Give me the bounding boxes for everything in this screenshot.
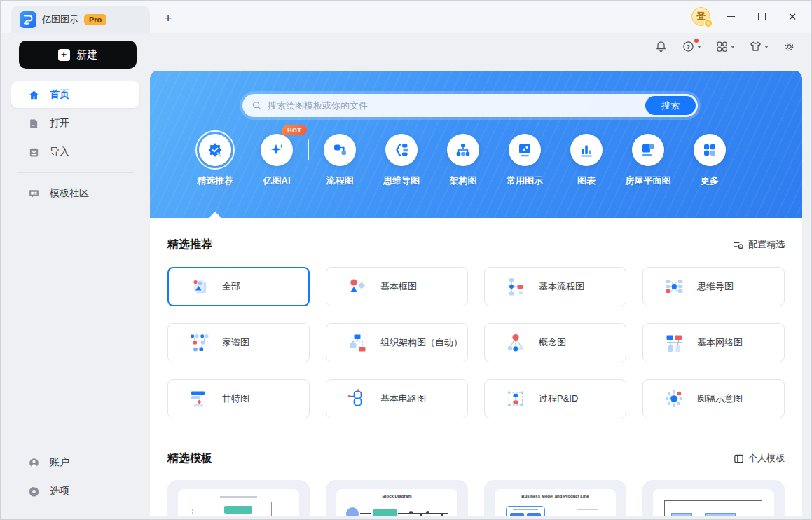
category-label: 架构图 xyxy=(432,175,494,187)
card-label: 过程P&ID xyxy=(539,392,578,405)
basic-flowchart-icon xyxy=(504,275,527,298)
template-thumb-3[interactable]: Business Model and Product Line xyxy=(484,480,626,516)
minimize-icon xyxy=(727,16,735,17)
apps-grid-icon xyxy=(715,40,729,53)
featured-title: 精选推荐 xyxy=(167,238,212,252)
template-thumb-1[interactable] xyxy=(167,480,310,516)
card-all[interactable]: 全部 xyxy=(167,267,310,306)
avatar[interactable]: 登 v xyxy=(691,7,710,26)
category-flowchart[interactable]: 流程图 xyxy=(309,130,371,187)
apps-button[interactable] xyxy=(715,40,735,53)
thumb-shape xyxy=(513,509,538,510)
app-tab[interactable]: 亿图图示 Pro xyxy=(11,6,150,33)
maximize-button[interactable] xyxy=(751,6,772,26)
notification-dot xyxy=(694,39,699,43)
import-icon xyxy=(28,146,40,158)
card-basic-network[interactable]: 基本网络图 xyxy=(642,323,785,362)
sidebar-item-home[interactable]: 首页 xyxy=(11,81,139,108)
chevron-down-icon xyxy=(731,46,735,48)
help-button[interactable]: ? xyxy=(682,40,701,53)
thumb-shape xyxy=(224,506,252,514)
category-architecture[interactable]: 架构图 xyxy=(432,130,494,187)
toolbar: ? xyxy=(654,40,796,53)
template-thumb-4[interactable] xyxy=(642,480,785,516)
category-more[interactable]: 更多 xyxy=(679,130,741,187)
card-radial-diagram[interactable]: 圆辐示意图 xyxy=(642,379,785,418)
close-button[interactable]: ✕ xyxy=(782,6,803,26)
thumb-shape xyxy=(373,509,397,516)
sidebar-item-open[interactable]: 打开 xyxy=(11,110,139,137)
sidebar-item-account[interactable]: 账户 xyxy=(11,449,139,476)
selected-ring xyxy=(195,130,235,170)
new-button-label: 新建 xyxy=(77,48,98,62)
basic-circuit-icon xyxy=(346,388,369,410)
card-label: 基本流程图 xyxy=(539,280,584,293)
org-chart-auto-icon xyxy=(346,331,369,354)
search-input[interactable] xyxy=(268,100,645,111)
search-button[interactable]: 搜索 xyxy=(645,96,696,115)
configure-featured-link[interactable]: 配置精选 xyxy=(734,238,785,251)
app-title: 亿图图示 xyxy=(42,13,78,26)
card-label: 圆辐示意图 xyxy=(697,392,743,405)
card-basic-flowchart[interactable]: 基本流程图 xyxy=(484,267,626,306)
pro-badge: Pro xyxy=(84,14,106,25)
org-tree-icon xyxy=(455,142,472,158)
link-label: 个人模板 xyxy=(748,452,785,465)
card-org-chart-auto[interactable]: 组织架构图（自动） xyxy=(326,323,468,362)
notifications-button[interactable] xyxy=(654,40,668,53)
card-concept-map[interactable]: 概念图 xyxy=(484,323,626,362)
more-grid-icon xyxy=(701,142,718,158)
mindmap-card-icon xyxy=(663,275,685,298)
card-process-pid[interactable]: 过程P&ID xyxy=(484,379,626,418)
sidebar-divider xyxy=(17,172,134,173)
app-logo-icon xyxy=(20,11,36,28)
sidebar-item-import[interactable]: 导入 xyxy=(11,139,139,165)
minimize-button[interactable] xyxy=(720,6,741,26)
card-family-tree[interactable]: 家谱图 xyxy=(167,323,310,362)
theme-button[interactable] xyxy=(749,40,769,53)
sidebar-item-label: 打开 xyxy=(50,117,69,130)
new-tab-button[interactable]: + xyxy=(158,8,179,29)
thumb-shape xyxy=(409,511,413,514)
link-label: 配置精选 xyxy=(748,238,785,251)
category-featured[interactable]: 精选推荐 xyxy=(184,130,246,187)
thumb-shape xyxy=(705,513,736,516)
category-common-diagrams[interactable]: 常用图示 xyxy=(494,130,556,187)
category-floor-plan[interactable]: 房屋平面图 xyxy=(617,130,679,187)
category-label: 精选推荐 xyxy=(184,175,246,187)
card-basic-circuit[interactable]: 基本电路图 xyxy=(326,379,468,418)
category-charts[interactable]: 图表 xyxy=(556,130,617,187)
sidebar-item-options[interactable]: 选项 xyxy=(11,478,139,505)
category-ai[interactable]: HOT 亿图AI xyxy=(246,130,308,187)
basic-network-icon xyxy=(663,331,685,354)
selected-category-notch xyxy=(209,212,221,218)
category-mindmap[interactable]: 思维导图 xyxy=(371,130,432,187)
community-icon xyxy=(28,188,40,200)
sidebar-item-label: 账户 xyxy=(50,456,69,469)
card-label: 基本框图 xyxy=(380,280,417,293)
sidebar-item-template-community[interactable]: 模板社区 xyxy=(11,180,139,207)
personal-templates-link[interactable]: 个人模板 xyxy=(734,452,785,465)
flowchart-icon xyxy=(331,142,348,158)
config-icon xyxy=(734,240,744,250)
new-document-button[interactable]: + 新建 xyxy=(19,41,137,69)
card-label: 组织架构图（自动） xyxy=(380,336,462,349)
basic-block-icon xyxy=(346,275,369,298)
thumb-shape xyxy=(527,513,541,516)
sidebar-item-label: 首页 xyxy=(50,88,69,101)
thumb-title: Block Diagram xyxy=(336,494,457,498)
home-icon xyxy=(28,89,40,101)
template-thumb-2[interactable]: Block Diagram xyxy=(326,480,468,516)
all-templates-icon xyxy=(188,275,210,298)
card-mindmap[interactable]: 思维导图 xyxy=(642,267,785,306)
sidebar: + 新建 首页 打开 导入 模板社区 xyxy=(1,33,150,519)
card-basic-block[interactable]: 基本框图 xyxy=(326,267,468,306)
card-label: 基本网络图 xyxy=(697,336,743,349)
settings-button[interactable] xyxy=(783,40,796,53)
bar-chart-icon xyxy=(578,142,595,158)
category-label: 房屋平面图 xyxy=(617,175,679,187)
gear-icon xyxy=(28,486,40,498)
card-gantt[interactable]: 甘特图 xyxy=(167,379,310,418)
thumb-shape xyxy=(577,509,598,510)
card-label: 概念图 xyxy=(539,336,566,349)
